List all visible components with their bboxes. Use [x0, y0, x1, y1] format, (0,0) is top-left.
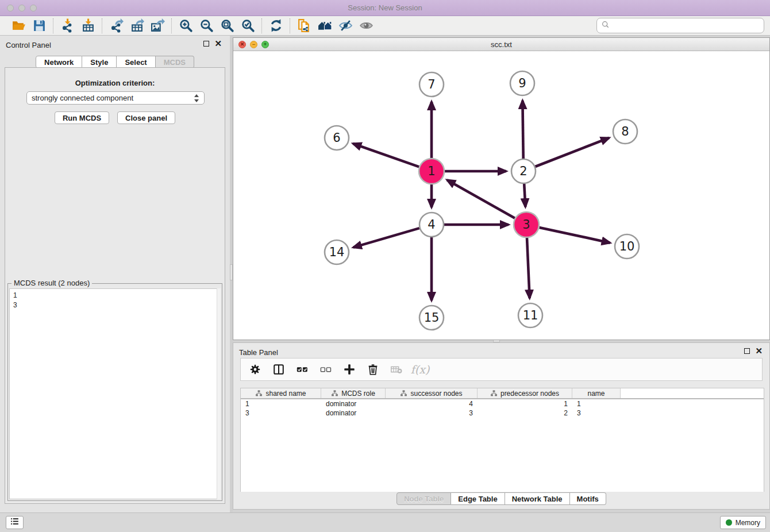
node-3[interactable]: 3 — [514, 212, 539, 237]
clone-network-icon[interactable] — [295, 18, 313, 34]
table-header-row: shared nameMCDS rolesuccessor nodesprede… — [241, 388, 764, 399]
open-file-icon[interactable] — [10, 18, 27, 34]
cell-MCDS-role[interactable]: dominator — [321, 400, 386, 408]
delete-row-icon[interactable] — [365, 362, 380, 377]
network-canvas[interactable]: 7968124314101511 — [233, 51, 769, 340]
list-icon — [10, 516, 20, 529]
tab-edge-table[interactable]: Edge Table — [451, 492, 505, 505]
node-9[interactable]: 9 — [510, 71, 534, 95]
tab-select[interactable]: Select — [117, 56, 155, 68]
zoom-in-icon[interactable] — [177, 18, 194, 34]
zoom-out-icon[interactable] — [198, 18, 215, 34]
window-titlebar: Session: New Session — [0, 0, 770, 16]
control-panel: Control Panel ✕ NetworkStyleSelectMCDS O… — [0, 36, 230, 512]
search-icon — [601, 20, 610, 32]
criterion-value: strongly connected component — [32, 94, 194, 102]
node-6[interactable]: 6 — [325, 126, 349, 150]
export-image-icon[interactable] — [149, 18, 166, 34]
close-panel-icon[interactable]: ✕ — [214, 41, 222, 47]
cell-shared-name[interactable]: 1 — [241, 400, 321, 408]
table-row[interactable]: 1dominator411 — [241, 399, 764, 408]
mcds-result-list[interactable]: 13 — [9, 288, 221, 499]
svg-text:15: 15 — [424, 311, 440, 325]
edge-1-6[interactable] — [353, 144, 419, 167]
node-4[interactable]: 4 — [419, 213, 444, 237]
cell-predecessor-nodes[interactable]: 1 — [478, 400, 572, 408]
node-table[interactable]: shared nameMCDS rolesuccessor nodesprede… — [240, 388, 764, 492]
svg-text:7: 7 — [428, 78, 435, 91]
cell-name[interactable]: 3 — [572, 409, 621, 417]
memory-button[interactable]: Memory — [720, 516, 766, 529]
mcds-result-node: 3 — [13, 300, 217, 310]
zoom-fit-icon[interactable] — [218, 18, 236, 34]
tab-mcds[interactable]: MCDS — [156, 56, 194, 68]
edge-2-8[interactable] — [535, 138, 609, 167]
tab-network-table[interactable]: Network Table — [505, 492, 570, 505]
table-row[interactable]: 3dominator323 — [241, 408, 764, 418]
optimization-criterion-label: Optimization criterion: — [5, 79, 225, 87]
cell-predecessor-nodes[interactable]: 2 — [478, 409, 572, 417]
apply-layout-icon[interactable] — [267, 18, 284, 34]
show-graphics-details-icon[interactable] — [357, 18, 375, 34]
close-table-panel-icon[interactable]: ✕ — [755, 348, 763, 354]
node-14[interactable]: 14 — [325, 240, 349, 264]
edge-3-1[interactable] — [447, 180, 515, 218]
task-history-button[interactable] — [6, 516, 24, 529]
search-box[interactable] — [596, 18, 764, 33]
import-network-icon[interactable] — [59, 18, 76, 34]
node-10[interactable]: 10 — [615, 234, 639, 259]
import-table-icon[interactable] — [79, 18, 97, 34]
edge-2-3[interactable] — [524, 184, 525, 207]
close-panel-button[interactable]: Close panel — [117, 111, 175, 124]
mcds-result-title: MCDS result (2 nodes) — [11, 279, 92, 287]
edge-4-14[interactable] — [353, 228, 419, 247]
cell-successor-nodes[interactable]: 3 — [386, 409, 478, 417]
edge-3-11[interactable] — [527, 238, 530, 298]
edge-2-9[interactable] — [522, 101, 523, 159]
column-header-MCDS-role[interactable]: MCDS role — [321, 388, 386, 398]
node-7[interactable]: 7 — [419, 72, 444, 97]
tab-style[interactable]: Style — [82, 56, 117, 68]
home-icon[interactable] — [316, 18, 333, 34]
column-header-successor-nodes[interactable]: successor nodes — [386, 388, 478, 398]
network-window-title: scc.txt — [233, 40, 769, 49]
hide-graphics-details-icon[interactable] — [337, 18, 354, 34]
search-input[interactable] — [610, 20, 764, 32]
cell-name[interactable]: 1 — [572, 400, 621, 408]
run-mcds-button[interactable]: Run MCDS — [55, 111, 109, 124]
cell-successor-nodes[interactable]: 4 — [386, 400, 478, 408]
node-8[interactable]: 8 — [613, 119, 637, 144]
zoom-selected-icon[interactable] — [239, 18, 256, 34]
export-table-icon[interactable] — [128, 18, 145, 34]
float-table-panel-icon[interactable] — [744, 348, 750, 354]
dropdown-stepper-icon — [194, 94, 199, 103]
node-2[interactable]: 2 — [511, 159, 536, 183]
columns-icon[interactable] — [271, 362, 286, 377]
node-1[interactable]: 1 — [419, 159, 444, 184]
result-scrollbar[interactable] — [217, 288, 221, 499]
export-network-icon[interactable] — [107, 18, 125, 34]
tab-motifs[interactable]: Motifs — [570, 492, 606, 505]
column-header-predecessor-nodes[interactable]: predecessor nodes — [478, 388, 572, 398]
add-row-icon[interactable] — [342, 362, 357, 377]
cell-shared-name[interactable]: 3 — [241, 409, 321, 417]
status-bar: Memory — [0, 512, 770, 532]
save-session-icon[interactable] — [30, 18, 48, 34]
edge-3-10[interactable] — [539, 228, 610, 243]
cell-MCDS-role[interactable]: dominator — [321, 409, 386, 417]
node-15[interactable]: 15 — [419, 306, 444, 330]
select-all-icon[interactable] — [295, 362, 310, 377]
tab-network[interactable]: Network — [36, 56, 82, 68]
column-header-name[interactable]: name — [572, 388, 621, 398]
function-icon: f(x) — [413, 362, 428, 377]
mcds-panel: Optimization criterion: strongly connect… — [5, 67, 225, 504]
deselect-all-icon[interactable] — [318, 362, 333, 377]
tab-node-table[interactable]: Node Table — [396, 492, 451, 505]
network-graph[interactable]: 7968124314101511 — [233, 51, 769, 340]
criterion-dropdown[interactable]: strongly connected component — [26, 91, 205, 105]
node-11[interactable]: 11 — [518, 303, 542, 327]
svg-text:9: 9 — [518, 76, 526, 90]
float-panel-icon[interactable] — [203, 41, 209, 47]
gear-icon[interactable] — [248, 362, 263, 377]
column-header-shared-name[interactable]: shared name — [241, 388, 321, 398]
